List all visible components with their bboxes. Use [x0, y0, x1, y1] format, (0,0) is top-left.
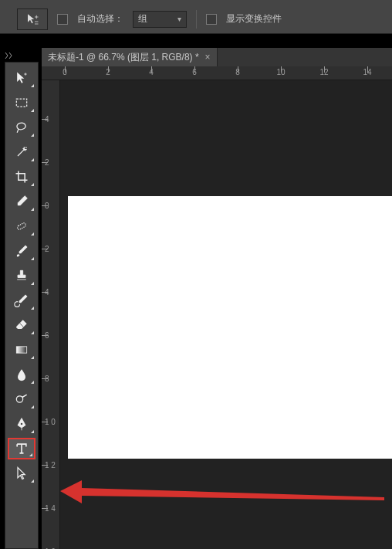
drop-icon [14, 367, 29, 382]
ruler-h-label: 14 [363, 68, 371, 76]
group-dropdown-value: 组 [138, 12, 147, 25]
ruler-horizontal[interactable]: 024681012141 [42, 66, 392, 80]
ruler-v-label: 1 0 [45, 418, 56, 426]
ruler-h-label: 12 [319, 68, 328, 76]
separator [196, 10, 197, 29]
ruler-v-label: 2 [45, 245, 49, 253]
pen-icon [14, 416, 29, 432]
ruler-h-label: 10 [276, 68, 285, 76]
group-dropdown[interactable]: 组 ▾ [133, 11, 187, 28]
ruler-v-label: 2 [45, 158, 49, 167]
eyedropper-tool[interactable] [8, 191, 35, 212]
brush-icon [14, 243, 29, 259]
eraser-icon [14, 317, 29, 333]
document-tab-bar: 未标题-1 @ 66.7% (图层 1, RGB/8) * × [42, 48, 392, 66]
eyedropper-icon [14, 194, 29, 209]
document-tab-title: 未标题-1 @ 66.7% (图层 1, RGB/8) * [48, 51, 199, 64]
ruler-vertical[interactable]: 42024681 01 21 41 6 [42, 80, 60, 549]
healing-brush-tool[interactable] [8, 215, 35, 237]
gradient-icon [14, 342, 29, 358]
ruler-h-label: 0 [63, 68, 67, 76]
double-chevron-icon [5, 52, 15, 59]
eraser-tool[interactable] [8, 314, 35, 336]
close-icon[interactable]: × [205, 52, 211, 63]
svg-rect-0 [16, 99, 26, 107]
wand-icon [14, 144, 29, 160]
move-tool-indicator[interactable] [17, 8, 48, 30]
gradient-tool[interactable] [8, 339, 35, 361]
svg-rect-3 [16, 347, 26, 353]
ruler-h-label: 6 [192, 68, 197, 76]
crop-icon [14, 169, 29, 185]
move-icon [14, 70, 29, 86]
ruler-v-label: 6 [45, 331, 49, 340]
auto-select-label: 自动选择： [77, 12, 123, 25]
bandage-icon [14, 219, 29, 234]
move-icon [25, 12, 39, 26]
crop-tool[interactable] [8, 166, 35, 188]
arrow-cursor-icon [14, 466, 29, 481]
brush-tool[interactable] [8, 240, 35, 262]
svg-point-1 [25, 147, 27, 148]
ruler-v-label: 4 [45, 288, 49, 297]
document-tab[interactable]: 未标题-1 @ 66.7% (图层 1, RGB/8) * × [42, 48, 218, 66]
tools-panel [5, 62, 39, 549]
magic-wand-tool[interactable] [8, 141, 35, 163]
ruler-v-label: 0 [45, 202, 49, 210]
ruler-h-label: 2 [106, 68, 110, 76]
history-brush-icon [14, 293, 29, 308]
toolbar-collapse-toggle[interactable] [5, 51, 15, 59]
document-canvas[interactable] [68, 196, 392, 459]
show-transform-checkbox[interactable] [206, 14, 217, 25]
chevron-down-icon: ▾ [177, 15, 181, 23]
ruler-v-label: 1 4 [45, 504, 56, 513]
lasso-tool[interactable] [8, 117, 35, 138]
path-selection-tool[interactable] [8, 463, 35, 484]
move-tool[interactable] [8, 67, 35, 89]
history-brush-tool[interactable] [8, 290, 35, 311]
clone-stamp-tool[interactable] [8, 265, 35, 286]
lasso-icon [14, 120, 29, 135]
blur-tool[interactable] [8, 364, 35, 385]
ruler-v-label: 1 2 [45, 461, 56, 469]
stamp-icon [14, 268, 29, 283]
svg-point-5 [21, 423, 23, 425]
rectangular-marquee-tool[interactable] [8, 92, 35, 114]
ruler-h-label: 8 [235, 68, 240, 76]
ruler-v-label: 4 [45, 115, 49, 124]
marquee-icon [14, 95, 29, 110]
type-tool[interactable] [8, 438, 35, 459]
auto-select-checkbox[interactable] [57, 14, 68, 25]
ruler-h-label: 4 [149, 68, 154, 76]
dodge-icon [14, 391, 29, 407]
canvas-area[interactable] [60, 80, 392, 549]
svg-point-4 [16, 396, 22, 402]
svg-rect-2 [17, 222, 27, 230]
show-transform-label: 显示变换控件 [226, 12, 282, 25]
type-icon [14, 441, 29, 456]
dodge-tool[interactable] [8, 388, 35, 410]
ruler-v-label: 8 [45, 374, 49, 383]
pen-tool[interactable] [8, 413, 35, 435]
options-bar: 自动选择： 组 ▾ 显示变换控件 [0, 5, 392, 34]
